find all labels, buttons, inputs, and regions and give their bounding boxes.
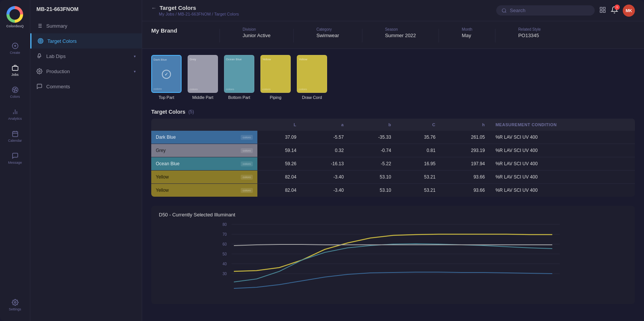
season-value: Summer 2022: [385, 33, 416, 38]
divider-3: [362, 29, 362, 42]
C-cell: 16.95: [396, 157, 441, 171]
C-cell: 35.76: [396, 131, 441, 144]
table-row[interactable]: Yellow coloro 82.04 -3.40 53.10 53.21 93…: [151, 184, 635, 197]
b-cell: 53.10: [349, 184, 396, 197]
svg-text:30: 30: [223, 272, 227, 276]
divider-1: [219, 29, 220, 42]
sidebar-item-production[interactable]: Production ▾: [30, 64, 142, 79]
search-bar[interactable]: [496, 5, 595, 16]
division-value: Junior Active: [243, 33, 271, 38]
swatch-coloro-4: coloro: [262, 88, 271, 91]
color-name-cell: Yellow: [156, 174, 169, 180]
chart-area: 80 70 60 50 40 30: [159, 222, 627, 298]
notifications-button[interactable]: 1: [611, 6, 618, 15]
sidebar-item-summary[interactable]: Summary: [30, 18, 142, 33]
nav-colors[interactable]: Colors: [0, 83, 30, 102]
settings-icon: [12, 299, 19, 306]
gear-icon: [36, 68, 42, 74]
color-swatch-ocean-blue: Ocean Blue coloro: [224, 55, 254, 93]
scroll-area[interactable]: My Brand Division Junior Active Category…: [142, 21, 644, 321]
color-card-dark-blue[interactable]: Dark Blue ✓ coloro Top Part: [151, 55, 182, 100]
col-header-a: a: [302, 119, 349, 131]
svg-rect-12: [13, 132, 18, 137]
card-name-grey: Middle Part: [192, 95, 213, 100]
chart-svg: 80 70 60 50 40 30: [159, 222, 627, 298]
L-cell: 37.09: [257, 131, 302, 144]
table-row[interactable]: Grey coloro 59.14 0.32 -0.74 0.81 293.19…: [151, 144, 635, 157]
color-card-yellow-draw[interactable]: Yellow coloro Draw Cord: [297, 55, 327, 100]
svg-text:40: 40: [223, 262, 227, 266]
sidebar-item-target-colors[interactable]: Target Colors: [30, 33, 142, 49]
table-row[interactable]: Yellow coloro 82.04 -3.40 53.10 53.21 93…: [151, 171, 635, 184]
color-card-ocean-blue[interactable]: Ocean Blue coloro Bottom Part: [224, 55, 254, 100]
sidebar-item-comments[interactable]: Comments: [30, 79, 142, 94]
nav-create[interactable]: Create: [0, 39, 30, 58]
svg-point-27: [502, 8, 506, 12]
nav-jobs-label: Jobs: [11, 73, 19, 77]
measurement-cell: %R LAV SCI UV 400: [490, 144, 635, 157]
svg-rect-30: [603, 7, 605, 9]
nav-calendar[interactable]: Calendar: [0, 127, 30, 146]
breadcrumb-area: ← Target Colors My Jobs / MB-21-663FNOM …: [151, 5, 239, 16]
divider-2: [293, 29, 294, 42]
color-card-yellow-piping[interactable]: Yellow coloro Piping: [260, 55, 291, 100]
svg-rect-32: [603, 10, 605, 12]
palette-icon: [12, 86, 19, 93]
table-row[interactable]: Ocean Blue coloro 59.26 -16.13 -5.22 16.…: [151, 157, 635, 171]
grid-icon: [599, 6, 606, 13]
svg-point-5: [13, 89, 14, 89]
svg-text:60: 60: [223, 242, 227, 246]
notification-badge: 1: [614, 5, 620, 10]
division-label: Division: [243, 27, 271, 31]
category-field: Category Swimwear: [317, 27, 339, 38]
card-name-ocean-blue: Bottom Part: [228, 95, 250, 100]
table-header-row-el: L a b C h MEASUREMENT CONDITION: [151, 119, 635, 131]
month-value: May: [462, 33, 472, 38]
back-button[interactable]: ←: [151, 5, 157, 11]
category-value: Swimwear: [317, 33, 339, 38]
C-cell: 53.21: [396, 171, 441, 184]
grid-view-button[interactable]: [599, 6, 606, 15]
color-card-grey[interactable]: Grey coloro Middle Part: [188, 55, 218, 100]
nav-message[interactable]: Message: [0, 149, 30, 168]
swatch-label-yellow: Yellow: [262, 58, 271, 61]
col-header-C: C: [396, 119, 441, 131]
a-cell: 0.32: [302, 144, 349, 157]
table-header-row: Target Colors (5): [151, 109, 635, 115]
C-cell: 0.81: [396, 144, 441, 157]
svg-text:70: 70: [223, 232, 227, 236]
app-logo-icon: [6, 6, 23, 23]
logo-area[interactable]: ColordesQ: [6, 6, 24, 28]
swatch-coloro-5: coloro: [299, 88, 307, 91]
nav-jobs[interactable]: Jobs: [0, 61, 30, 80]
svg-rect-31: [600, 10, 602, 12]
col-header-b: b: [349, 119, 396, 131]
user-avatar[interactable]: MK: [623, 5, 635, 17]
app-name-label: ColordesQ: [6, 24, 24, 28]
division-field: Division Junior Active: [243, 27, 271, 38]
sidebar-item-lab-dips-label: Lab Dips: [46, 53, 66, 59]
b-cell: -35.33: [349, 131, 396, 144]
color-name-cell: Ocean Blue: [156, 161, 180, 166]
season-field: Season Summer 2022: [385, 27, 416, 38]
nav-analytics-label: Analytics: [8, 117, 22, 121]
sidebar-item-lab-dips[interactable]: Lab Dips ▾: [30, 49, 142, 64]
main-content: ← Target Colors My Jobs / MB-21-663FNOM …: [142, 0, 644, 321]
swatch-coloro-3: coloro: [226, 88, 234, 91]
target-icon: [38, 38, 44, 44]
svg-point-25: [40, 41, 41, 42]
swatch-coloro-1: coloro: [154, 87, 162, 91]
target-colors-table: L a b C h MEASUREMENT CONDITION Dark Blu…: [151, 119, 635, 197]
C-cell: 53.21: [396, 184, 441, 197]
sidebar-item-target-colors-label: Target Colors: [47, 38, 77, 44]
related-style-value: PO13345: [518, 33, 541, 38]
nav-analytics[interactable]: Analytics: [0, 105, 30, 124]
table-row[interactable]: Dark Blue coloro 37.09 -5.57 -35.33 35.7…: [151, 131, 635, 144]
brand-label: My Brand: [151, 27, 197, 34]
measurement-cell: %R LAV SCI UV 400: [490, 157, 635, 171]
chart-icon: [12, 108, 19, 115]
topbar: ← Target Colors My Jobs / MB-21-663FNOM …: [142, 0, 644, 21]
month-field: Month May: [462, 27, 472, 38]
settings-nav[interactable]: Settings: [6, 295, 24, 315]
search-input[interactable]: [510, 8, 589, 13]
